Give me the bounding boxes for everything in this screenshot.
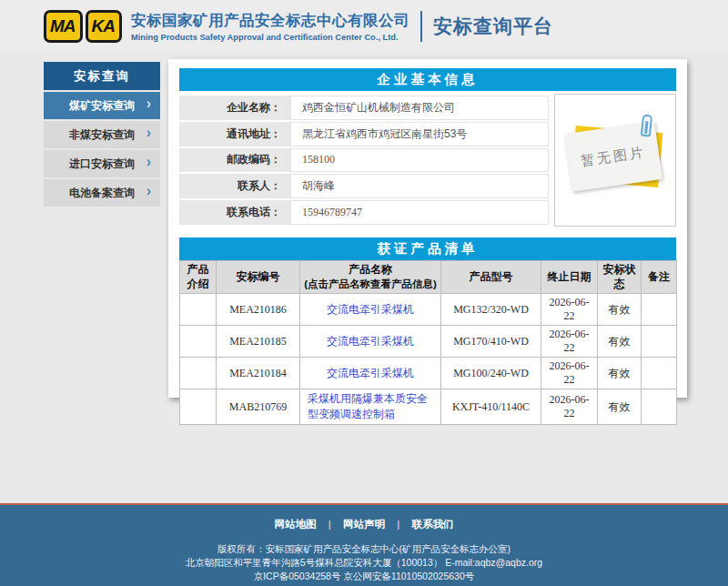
product-name-link[interactable]: 交流电牵引采煤机 — [327, 303, 414, 316]
platform-title: 安标查询平台 — [433, 14, 553, 39]
products-table: 产品介绍 安标编号 产品名称 (点击产品名称查看产品信息) 产品型号 终止日期 … — [179, 260, 677, 425]
no-image-placeholder: 暂无图片 — [554, 94, 676, 227]
cell-expiry: 2026-06-22 — [541, 358, 598, 389]
company-name-value: 鸡西金恒矿山机械制造有限公司 — [290, 96, 549, 120]
sidebar-item-label: 非煤安标查询 — [69, 127, 135, 143]
main-panel: 企业基本信息 企业名称： 鸡西金恒矿山机械制造有限公司 通讯地址： 黑龙江省鸡西… — [168, 59, 687, 398]
contact-value: 胡海峰 — [290, 174, 549, 198]
chevron-right-icon: › — [147, 183, 151, 199]
sidebar: 安标查询 煤矿安标查询 › 非煤安标查询 › 进口安标查询 › 电池备案查询 › — [44, 62, 160, 207]
footer-copyright-block: 版权所有：安标国家矿用产品安全标志中心(矿用产品安全标志办公室) 北京朝阳区和平… — [0, 542, 728, 583]
sidebar-item-import-query[interactable]: 进口安标查询 › — [44, 150, 160, 177]
cell-cert-no: MEA210186 — [217, 294, 300, 326]
product-name-link[interactable]: 交流电牵引采煤机 — [327, 335, 414, 348]
phone-label: 联系电话： — [179, 200, 290, 225]
table-row: 联系电话： 15946789747 — [179, 200, 549, 225]
cell-intro — [180, 326, 217, 358]
col-intro: 产品介绍 — [180, 261, 217, 294]
content-area: 安标查询 煤矿安标查询 › 非煤安标查询 › 进口安标查询 › 电池备案查询 ›… — [0, 53, 728, 503]
org-name-cn: 安标国家矿用产品安全标志中心有限公司 — [131, 11, 410, 31]
cell-expiry: 2026-06-22 — [541, 326, 598, 358]
cell-status: 有效 — [598, 358, 642, 389]
footer-icp: 京ICP备05034258号 京公网安备11010502025630号 — [0, 570, 728, 583]
phone-value: 15946789747 — [290, 200, 549, 225]
chevron-right-icon: › — [147, 125, 151, 141]
postcode-value: 158100 — [290, 148, 549, 173]
col-cert-no: 安标编号 — [217, 261, 300, 294]
footer-copyright: 版权所有：安标国家矿用产品安全标志中心(矿用产品安全标志办公室) — [0, 542, 728, 556]
cell-expiry: 2026-06-22 — [541, 294, 598, 326]
cell-remark — [642, 326, 677, 358]
table-row: 通讯地址： 黑龙江省鸡西市鸡冠区南星街53号 — [179, 122, 549, 146]
cell-remark — [642, 358, 677, 389]
cell-cert-no: MEA210185 — [217, 326, 300, 358]
chevron-right-icon: › — [147, 154, 151, 170]
cell-remark — [642, 294, 677, 326]
footer-link-sitemap[interactable]: 网站地图 — [275, 519, 317, 530]
company-info-header: 企业基本信息 — [179, 68, 676, 91]
cell-intro — [180, 389, 217, 425]
cell-cert-no: MEA210184 — [217, 358, 300, 389]
footer-address: 北京朝阳区和平里青年沟路5号煤科总院安科大厦（100013） E-mail:aq… — [0, 556, 728, 570]
cell-status: 有效 — [598, 326, 642, 358]
sidebar-item-noncoal-query[interactable]: 非煤安标查询 › — [44, 121, 160, 148]
sidebar-item-coal-query[interactable]: 煤矿安标查询 › — [44, 92, 160, 119]
sidebar-title: 安标查询 — [44, 62, 160, 90]
table-row: MEA210186 交流电牵引采煤机 MG132/320-WD 2026-06-… — [180, 294, 677, 326]
footer-separator: | — [397, 519, 399, 530]
sidebar-item-battery-query[interactable]: 电池备案查询 › — [44, 179, 160, 207]
table-row: MEA210184 交流电牵引采煤机 MG100/240-WD 2026-06-… — [180, 358, 677, 389]
table-row: 邮政编码： 158100 — [179, 148, 549, 173]
table-row: MAB210769 采煤机用隔爆兼本质安全型变频调速控制箱 KXJT-410/1… — [180, 389, 677, 425]
cell-model: KXJT-410/1140C — [441, 389, 541, 425]
chevron-right-icon: › — [147, 96, 151, 112]
product-name-link[interactable]: 采煤机用隔爆兼本质安全型变频调速控制箱 — [308, 392, 428, 420]
col-status: 安标状态 — [598, 261, 642, 294]
cell-model: MG100/240-WD — [441, 358, 541, 389]
top-header: MA KA 安标国家矿用产品安全标志中心有限公司 Mining Products… — [0, 0, 728, 53]
footer-link-contact[interactable]: 联系我们 — [411, 519, 453, 530]
logo-ka-badge: KA — [86, 10, 122, 43]
products-header: 获证产品清单 — [179, 237, 676, 260]
address-value: 黑龙江省鸡西市鸡冠区南星街53号 — [290, 122, 549, 146]
col-expiry: 终止日期 — [541, 261, 598, 294]
address-label: 通讯地址： — [179, 122, 290, 146]
footer-links: 网站地图 | 网站声明 | 联系我们 — [0, 505, 728, 531]
cell-expiry: 2026-06-22 — [541, 389, 598, 425]
table-row: 联系人： 胡海峰 — [179, 174, 549, 198]
col-product-name: 产品名称 (点击产品名称查看产品信息) — [300, 261, 441, 294]
col-product-name-hint: (点击产品名称查看产品信息) — [303, 278, 438, 291]
page-footer: 网站地图 | 网站声明 | 联系我们 版权所有：安标国家矿用产品安全标志中心(矿… — [0, 503, 728, 586]
table-header-row: 产品介绍 安标编号 产品名称 (点击产品名称查看产品信息) 产品型号 终止日期 … — [180, 261, 677, 294]
org-name-en: Mining Products Safety Approval and Cert… — [131, 33, 410, 42]
cell-model: MG132/320-WD — [441, 294, 541, 326]
header-divider — [420, 11, 422, 42]
cell-status: 有效 — [598, 389, 642, 425]
maka-logo: MA KA — [44, 10, 122, 43]
sidebar-item-label: 进口安标查询 — [69, 157, 135, 172]
org-titles: 安标国家矿用产品安全标志中心有限公司 Mining Products Safet… — [131, 11, 410, 42]
col-remark: 备注 — [642, 261, 677, 294]
footer-separator: | — [329, 519, 331, 530]
product-name-link[interactable]: 交流电牵引采煤机 — [327, 367, 414, 379]
postcode-label: 邮政编码： — [179, 148, 290, 173]
sidebar-item-label: 煤矿安标查询 — [69, 98, 135, 114]
col-product-name-line1: 产品名称 — [303, 263, 438, 278]
company-info-section: 企业名称： 鸡西金恒矿山机械制造有限公司 通讯地址： 黑龙江省鸡西市鸡冠区南星街… — [179, 94, 676, 227]
cell-status: 有效 — [598, 294, 642, 326]
cell-intro — [180, 294, 217, 326]
table-row: MEA210185 交流电牵引采煤机 MG170/410-WD 2026-06-… — [180, 326, 677, 358]
cell-remark — [642, 389, 677, 425]
sidebar-item-label: 电池备案查询 — [69, 186, 135, 201]
cell-model: MG170/410-WD — [441, 326, 541, 358]
no-image-text: 暂无图片 — [580, 144, 647, 170]
cell-intro — [180, 358, 217, 389]
company-name-label: 企业名称： — [179, 96, 290, 120]
contact-label: 联系人： — [179, 174, 290, 198]
logo-ma-badge: MA — [44, 10, 83, 43]
table-row: 企业名称： 鸡西金恒矿山机械制造有限公司 — [179, 96, 549, 120]
col-model: 产品型号 — [441, 261, 541, 294]
footer-link-statement[interactable]: 网站声明 — [343, 519, 385, 530]
company-info-table: 企业名称： 鸡西金恒矿山机械制造有限公司 通讯地址： 黑龙江省鸡西市鸡冠区南星街… — [179, 94, 549, 227]
cell-cert-no: MAB210769 — [217, 389, 300, 425]
